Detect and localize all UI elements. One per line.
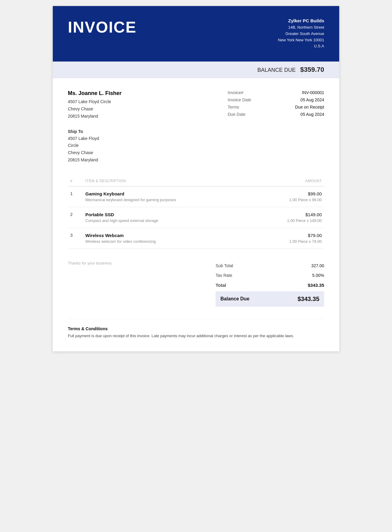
terms-text: Full payment is due upon receipt of this… xyxy=(68,333,324,339)
item-num: 2 xyxy=(68,207,83,228)
invoice-date-value: 05 Aug 2024 xyxy=(300,97,324,102)
invoice-body: Ms. Joanne L. Fisher 4507 Lake Floyd Cir… xyxy=(53,78,339,351)
customer-name: Ms. Joanne L. Fisher xyxy=(68,90,196,97)
col-header-amount: AMOUNT xyxy=(279,176,324,186)
item-price: $149.00 xyxy=(281,212,322,217)
item-details: Gaming Keyboard Mechanical keyboard desi… xyxy=(83,186,279,207)
table-row: 3 Wireless Webcam Wireless webcam for vi… xyxy=(68,228,324,249)
tax-rate-row: Tax Rate 5.00% xyxy=(216,271,324,280)
terms-value: Due on Receipt xyxy=(295,105,324,109)
item-qty: 1.00 Piece x 99.00 xyxy=(281,198,322,202)
ship-to-address4: 20815 Maryland xyxy=(68,157,324,164)
balance-due-bar-amount: $359.70 xyxy=(300,66,324,73)
tax-rate-label: Tax Rate xyxy=(216,273,232,278)
balance-due-final-value: $343.35 xyxy=(298,296,319,302)
item-price: $99.00 xyxy=(281,191,322,196)
tax-rate-value: 5.00% xyxy=(312,273,324,278)
item-qty: 1.00 Piece x 79.00 xyxy=(281,239,322,244)
ship-to-label: Ship To xyxy=(68,129,324,134)
subtotal-label: Sub Total xyxy=(216,263,233,268)
invoice-date-label: Invoice Date xyxy=(228,97,251,102)
meta-table: Invoice# INV-000001 Invoice Date 05 Aug … xyxy=(228,90,324,119)
subtotal-row: Sub Total 327.00 xyxy=(216,261,324,271)
item-amount: $79.00 1.00 Piece x 79.00 xyxy=(279,228,324,249)
item-name: Portable SSD xyxy=(85,212,277,217)
item-details: Portable SSD Compact and high-speed exte… xyxy=(83,207,279,228)
meta-terms: Terms Due on Receipt xyxy=(228,105,324,109)
balance-due-bar: BALANCE DUE $359.70 xyxy=(53,62,339,78)
table-row: 1 Gaming Keyboard Mechanical keyboard de… xyxy=(68,186,324,207)
total-label: Total xyxy=(216,283,226,288)
item-price: $79.00 xyxy=(281,233,322,238)
total-value: $343.35 xyxy=(308,283,324,288)
item-details: Wireless Webcam Wireless webcam for vide… xyxy=(83,228,279,249)
item-num: 3 xyxy=(68,228,83,249)
company-address-line1: 14B, Northern Street xyxy=(278,24,324,31)
meta-due-date: Due Date 05 Aug 2024 xyxy=(228,112,324,117)
ship-to-address2: Circle xyxy=(68,142,324,149)
totals-section: Thanks for your business. Sub Total 327.… xyxy=(68,255,324,307)
item-num: 1 xyxy=(68,186,83,207)
terms-section: Terms & Conditions Full payment is due u… xyxy=(68,319,324,339)
item-name: Gaming Keyboard xyxy=(85,191,277,196)
item-amount: $149.00 1.00 Piece x 149.00 xyxy=(279,207,324,228)
items-table: # ITEM & DESCRIPTION AMOUNT 1 Gaming Key… xyxy=(68,176,324,249)
bill-to-address3: 20815 Maryland xyxy=(68,113,196,120)
thanks-note: Thanks for your business. xyxy=(68,261,216,265)
totals-table: Sub Total 327.00 Tax Rate 5.00% Total $3… xyxy=(216,261,324,307)
billing-info-row: Ms. Joanne L. Fisher 4507 Lake Floyd Cir… xyxy=(68,90,324,120)
invoice-header: INVOICE Zylker PC Builds 14B, Northern S… xyxy=(53,6,339,62)
due-date-label: Due Date xyxy=(228,112,245,117)
item-desc: Mechanical keyboard designed for gaming … xyxy=(85,198,277,202)
due-date-value: 05 Aug 2024 xyxy=(300,112,324,117)
ship-to-address3: Chevy Chase xyxy=(68,149,324,157)
company-address-line3: New York New York 10001 xyxy=(278,37,324,43)
balance-due-bar-label: BALANCE DUE xyxy=(257,67,296,73)
bill-to-section: Ms. Joanne L. Fisher 4507 Lake Floyd Cir… xyxy=(68,90,196,120)
bill-to-address2: Chevy Chase xyxy=(68,106,196,113)
meta-invoice-num: Invoice# INV-000001 xyxy=(228,90,324,95)
invoice-title: INVOICE xyxy=(68,18,137,36)
terms-title: Terms & Conditions xyxy=(68,326,324,331)
company-name: Zylker PC Builds xyxy=(278,18,324,23)
item-desc: Compact and high-speed external storage xyxy=(85,218,277,223)
company-info: Zylker PC Builds 14B, Northern Street Gr… xyxy=(278,18,324,49)
meta-invoice-date: Invoice Date 05 Aug 2024 xyxy=(228,97,324,102)
balance-due-final-row: Balance Due $343.35 xyxy=(216,291,324,307)
bill-to-address1: 4507 Lake Floyd Circle xyxy=(68,98,196,106)
total-row: Total $343.35 xyxy=(216,280,324,290)
invoice-meta-section: Invoice# INV-000001 Invoice Date 05 Aug … xyxy=(196,90,324,120)
item-qty: 1.00 Piece x 149.00 xyxy=(281,218,322,223)
item-desc: Wireless webcam for video conferencing xyxy=(85,239,277,244)
terms-label: Terms xyxy=(228,105,239,109)
invoice-num-value: INV-000001 xyxy=(302,90,324,95)
invoice-num-label: Invoice# xyxy=(228,90,243,95)
subtotal-value: 327.00 xyxy=(311,263,324,268)
balance-due-final-label: Balance Due xyxy=(220,296,249,302)
invoice-document: INVOICE Zylker PC Builds 14B, Northern S… xyxy=(53,6,339,351)
col-header-num: # xyxy=(68,176,83,186)
company-address-line2: Greater South Avenue xyxy=(278,31,324,37)
col-header-item: ITEM & DESCRIPTION xyxy=(83,176,279,186)
ship-to-address1: 4507 Lake Floyd xyxy=(68,135,324,142)
item-amount: $99.00 1.00 Piece x 99.00 xyxy=(279,186,324,207)
item-name: Wireless Webcam xyxy=(85,233,277,238)
ship-to-section: Ship To 4507 Lake Floyd Circle Chevy Cha… xyxy=(68,129,324,164)
table-row: 2 Portable SSD Compact and high-speed ex… xyxy=(68,207,324,228)
company-address-line4: U.S.A xyxy=(278,43,324,49)
